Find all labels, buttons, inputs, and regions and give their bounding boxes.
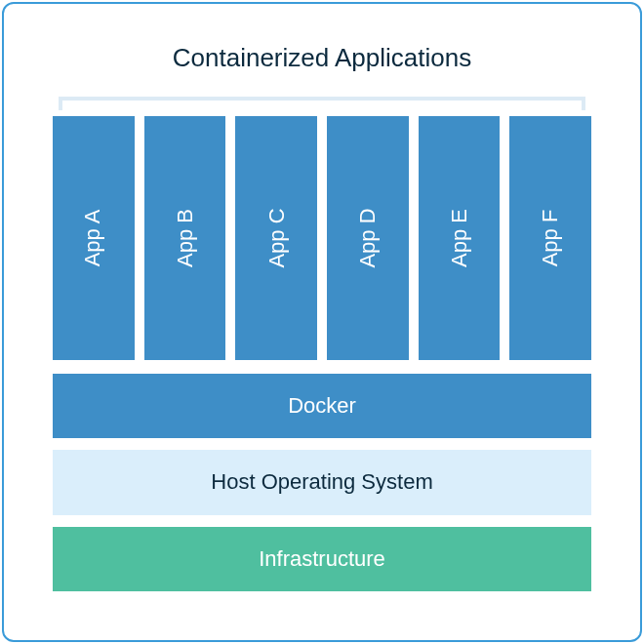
docker-layer: Docker [53, 374, 591, 438]
app-e-box: App E [419, 116, 501, 360]
app-label: App C [263, 208, 289, 267]
app-a-box: App A [53, 116, 135, 360]
app-label: App B [173, 209, 198, 267]
app-label: App D [355, 208, 381, 267]
infrastructure-layer: Infrastructure [53, 527, 591, 591]
app-d-box: App D [327, 116, 409, 360]
apps-bracket [59, 97, 585, 110]
app-label: App E [447, 209, 472, 267]
app-label: App F [538, 209, 563, 266]
apps-row: App A App B App C App D App E App F [53, 116, 591, 360]
app-f-box: App F [509, 116, 591, 360]
app-c-box: App C [235, 116, 317, 360]
host-os-layer: Host Operating System [53, 450, 591, 514]
app-label: App A [81, 209, 106, 266]
app-b-box: App B [144, 116, 226, 360]
diagram-frame: Containerized Applications App A App B A… [2, 2, 642, 642]
diagram-title: Containerized Applications [53, 43, 591, 73]
